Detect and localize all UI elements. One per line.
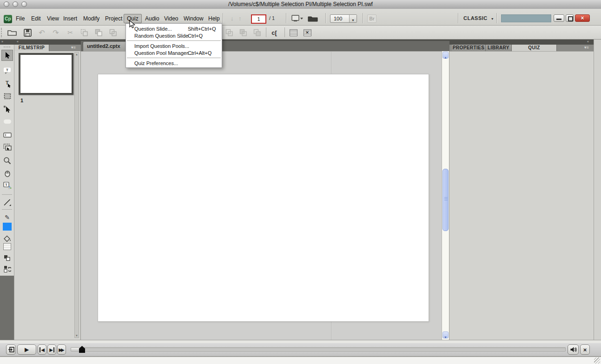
duplicate-button[interactable] [107, 27, 119, 38]
paste-button[interactable] [93, 27, 104, 38]
menu-project[interactable]: Project [102, 14, 125, 23]
playbar-step-forward-button[interactable]: ▶ [47, 344, 56, 355]
scroll-up-button[interactable]: ▲ [442, 52, 449, 59]
undo-button[interactable]: ↶ [36, 27, 47, 38]
tab-filmstrip[interactable]: FILMSTRIP [14, 45, 49, 51]
cut-button[interactable]: ✂ [65, 27, 76, 38]
redo-icon: ↷ [53, 28, 59, 37]
right-dock-panel-menu-icon[interactable]: ▾≡ [584, 45, 589, 50]
slide-stage[interactable] [98, 74, 429, 322]
open-button[interactable] [7, 27, 18, 38]
copy-button[interactable] [79, 27, 90, 38]
insert-text-caption-tool[interactable]: T [1, 65, 13, 76]
insert-mouse-tool[interactable] [1, 167, 13, 179]
reset-colors-button[interactable] [1, 263, 13, 274]
previous-slide-icon[interactable]: ↓ [231, 15, 234, 22]
toolbar-drag-handle[interactable] [4, 46, 10, 48]
tab-properties[interactable]: PROPERTIES [452, 45, 486, 51]
line-tool[interactable] [1, 197, 13, 208]
insert-text-entry-box-tool[interactable] [1, 129, 13, 140]
window-maximize-button[interactable] [566, 14, 574, 22]
save-button[interactable] [22, 27, 33, 38]
show-grid-button[interactable] [288, 27, 299, 38]
scroll-up-icon[interactable]: ▲ [75, 53, 79, 56]
scrollbar-thumb[interactable] [442, 169, 449, 231]
playbar-rewind-button[interactable]: ◀ [38, 344, 46, 355]
workspace-switcher[interactable]: CLASSIC▼ [463, 15, 494, 21]
playbar-play-button[interactable]: ▶ [17, 344, 36, 355]
menu-insert[interactable]: Insert [60, 14, 80, 23]
menu-video[interactable]: Video [161, 14, 181, 23]
fill-color-bucket[interactable] [1, 233, 13, 244]
publish-button[interactable] [308, 14, 318, 23]
canvas-vertical-scrollbar[interactable]: ▲ ▼ [442, 51, 449, 340]
fill-color-swatch[interactable] [3, 243, 11, 250]
menu-item-random-question-slide[interactable]: Random Question Slide Ctrl+Q [126, 32, 222, 39]
copy-icon [80, 29, 88, 37]
tab-library[interactable]: LIBRARY [486, 45, 512, 51]
workspace-search-field[interactable] [501, 14, 551, 22]
menu-item-import-question-pools[interactable]: Import Question Pools... [126, 42, 222, 49]
zoom-select[interactable]: 100 ▼ [330, 14, 357, 23]
arrange-send-to-back-button[interactable] [251, 27, 263, 38]
window-minimize-button[interactable] [554, 14, 564, 22]
playbar-fast-forward-button[interactable]: ▶▶ [57, 344, 66, 355]
playbar-slider-handle[interactable] [79, 346, 85, 353]
menu-view[interactable]: View [44, 14, 62, 23]
playbar-close-button[interactable]: × [580, 344, 590, 355]
scroll-down-button[interactable]: ▼ [442, 331, 449, 338]
playbar: ▶ ◀ ▶ ▶▶ × [0, 343, 601, 357]
insert-highlight-box-tool[interactable] [1, 91, 13, 102]
open-folder-icon [7, 29, 17, 36]
slide-number-input[interactable]: 1 [251, 14, 266, 24]
menu-help[interactable]: Help [205, 14, 223, 23]
stroke-color-pencil[interactable]: ✎ [1, 212, 13, 223]
insert-rollover-caption-tool[interactable]: T [1, 78, 13, 89]
right-dock-tabbar: PROPERTIES LIBRARY QUIZ PROPERTIES ▾≡ [449, 45, 594, 51]
insert-click-box-tool[interactable] [1, 103, 13, 114]
insert-zoom-area-tool[interactable] [1, 155, 13, 166]
capture-button[interactable]: c[ [269, 27, 280, 38]
collapse-tool-column-icon[interactable]: » [1, 40, 3, 43]
menu-window[interactable]: Window [181, 14, 206, 23]
swap-colors-button[interactable] [1, 252, 13, 264]
collapse-right-dock-icon[interactable]: « [587, 40, 588, 43]
scroll-down-icon[interactable]: ▼ [75, 334, 79, 337]
resize-grip[interactable] [594, 357, 600, 364]
slide-thumbnail[interactable] [19, 53, 73, 95]
playbar-exit-button[interactable] [6, 344, 16, 355]
redo-button[interactable]: ↷ [50, 27, 61, 38]
menu-item-question-pool-manager[interactable]: Question Pool Manager... Ctrl+Alt+Q [126, 49, 222, 56]
snap-to-grid-button[interactable]: ✕ [302, 27, 313, 38]
filmstrip-scrollbar[interactable]: ▲ ▼ [74, 52, 79, 338]
preview-button[interactable] [291, 14, 304, 23]
next-slide-icon[interactable]: ↑ [238, 15, 242, 22]
window-close-button[interactable]: × [575, 14, 590, 22]
insert-rollover-slidelet-tool[interactable] [1, 142, 13, 153]
menu-file[interactable]: File [13, 14, 27, 23]
cut-icon: ✂ [67, 29, 73, 36]
playbar-audio-button[interactable] [568, 344, 579, 355]
filmstrip-panel-menu-icon[interactable]: ▾≡ [71, 45, 76, 50]
playbar-progress-track[interactable] [71, 347, 566, 351]
insert-button-tool[interactable] [1, 116, 13, 127]
stroke-color-swatch[interactable] [3, 223, 12, 231]
menu-item-quiz-preferences[interactable]: Quiz Preferences... [126, 60, 222, 66]
tab-quiz-properties[interactable]: QUIZ PROPERTIES [512, 45, 557, 51]
menu-item-question-slide[interactable]: Question Slide... Shift+Ctrl+Q [126, 25, 222, 32]
arrange-send-backward-button[interactable] [238, 27, 249, 38]
select-tool[interactable] [1, 50, 13, 61]
preview-monitor-icon [291, 14, 304, 23]
menu-modify[interactable]: Modify [80, 14, 102, 23]
menu-edit[interactable]: Edit [28, 14, 44, 23]
collapse-filmstrip-icon[interactable]: « [17, 40, 18, 43]
menu-audio[interactable]: Audio [142, 14, 162, 23]
bridge-button[interactable]: Br [367, 14, 376, 23]
toolbar-drag-handle[interactable] [1, 28, 3, 37]
close-icon: × [583, 346, 587, 353]
arrange-bring-forward-button[interactable] [224, 27, 235, 38]
zoom-dropdown-button[interactable]: ▼ [349, 15, 357, 22]
mouse-icon [4, 169, 11, 177]
paint-bucket-icon [3, 235, 11, 242]
insert-text-animation-tool[interactable]: T [1, 180, 13, 191]
